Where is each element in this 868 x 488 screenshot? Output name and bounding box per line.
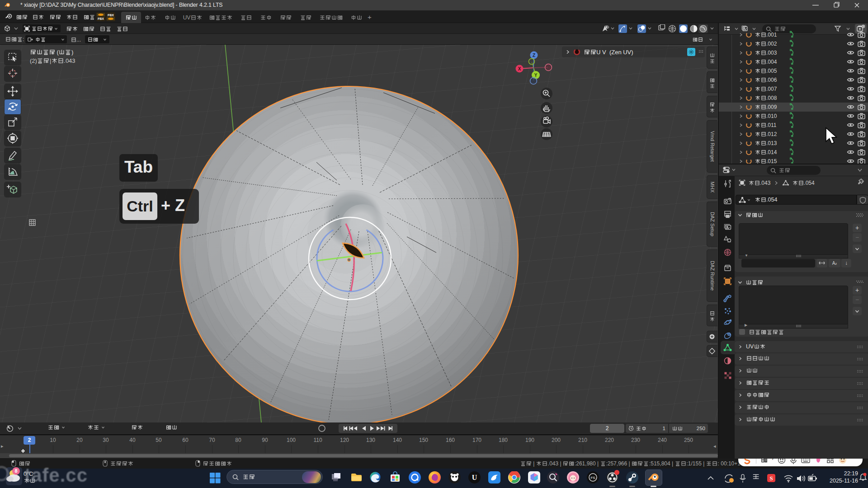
svg-text:Z: Z (533, 53, 535, 58)
svg-text:Y: Y (534, 73, 538, 78)
svg-text:FBX: FBX (98, 17, 104, 20)
svg-text:FS: FS (590, 476, 595, 480)
svg-text:X: X (518, 66, 521, 71)
svg-text:FBX: FBX (108, 14, 114, 17)
svg-text:S: S (769, 475, 773, 482)
